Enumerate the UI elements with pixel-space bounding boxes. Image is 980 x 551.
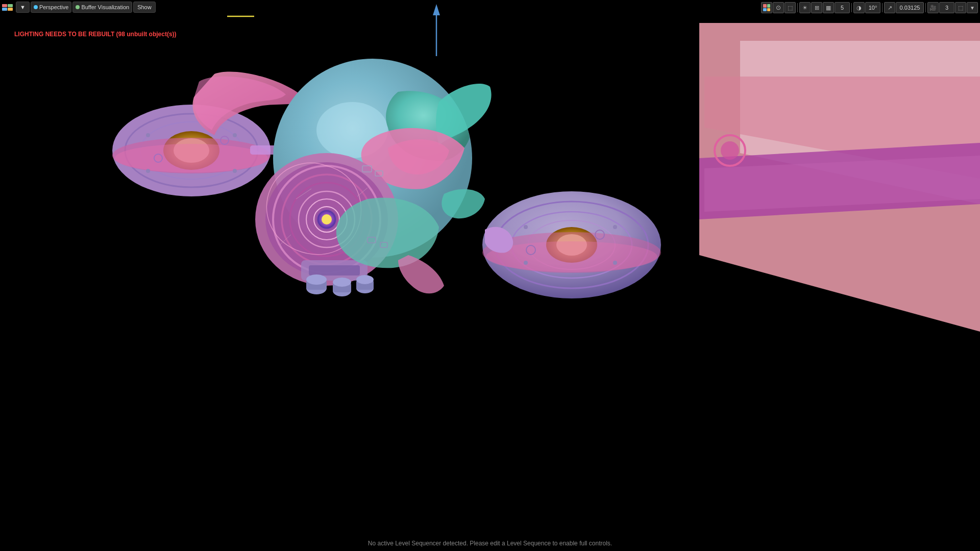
- number-3-btn[interactable]: 3: [939, 2, 954, 13]
- decimal-label: 0.03125: [900, 5, 920, 11]
- snap-icon: ↗: [888, 5, 892, 11]
- svg-point-25: [322, 214, 332, 224]
- separator-1: [797, 3, 798, 12]
- svg-rect-27: [309, 265, 360, 276]
- angle-label: 10°: [869, 5, 877, 11]
- camera3-btn[interactable]: 🎥: [927, 2, 939, 13]
- separator-3: [882, 3, 883, 12]
- right-toolbar: ⊙ ⬚ ☀ ⊞ ▦ 5 ◑ 10° ↗ 0.03125: [761, 2, 978, 13]
- sky-icon: ◑: [856, 5, 862, 11]
- perspective-dropdown[interactable]: Perspective: [31, 2, 71, 13]
- viewport-icon: ⬚: [788, 5, 793, 11]
- sky-btn[interactable]: ◑: [853, 2, 865, 13]
- show-label: Show: [137, 4, 152, 10]
- pp-icon: ▦: [826, 5, 831, 11]
- svg-point-61: [613, 225, 617, 229]
- dropdown-arrow-icon: ▼: [20, 4, 26, 10]
- snap-btn[interactable]: ↗: [884, 2, 895, 13]
- svg-point-59: [233, 169, 237, 173]
- svg-point-60: [524, 225, 528, 229]
- realtime-icon-btn[interactable]: [761, 2, 772, 13]
- svg-point-48: [721, 141, 739, 160]
- lighting-warning: LIGHTING NEEDS TO BE REBUILT (98 unbuilt…: [14, 31, 177, 38]
- number-5-btn[interactable]: 5: [835, 2, 850, 13]
- number-5-label: 5: [841, 5, 844, 11]
- svg-point-63: [613, 261, 617, 265]
- show-flags-icon: ⊞: [815, 5, 819, 11]
- perspective-label: Perspective: [39, 4, 68, 10]
- lit-btn[interactable]: ☀: [799, 2, 811, 13]
- decimal-btn[interactable]: 0.03125: [896, 2, 924, 13]
- status-text: No active Level Sequencer detected. Plea…: [368, 540, 612, 547]
- perspective-indicator: [34, 5, 38, 9]
- camera3-icon: 🎥: [929, 5, 937, 11]
- separator-4: [925, 3, 926, 12]
- buffer-viz-label: Buffer Visualization: [81, 4, 129, 10]
- show-button[interactable]: Show: [133, 2, 156, 13]
- frame-btn[interactable]: ⬚: [955, 2, 966, 13]
- angle-btn[interactable]: 10°: [865, 2, 880, 13]
- scene-canvas: [0, 0, 980, 551]
- separator-2: [851, 3, 852, 12]
- camera-icon: ⊙: [776, 4, 781, 11]
- svg-point-56: [146, 133, 150, 137]
- bottom-status-bar: No active Level Sequencer detected. Plea…: [0, 540, 980, 547]
- viewport[interactable]: ▼ Perspective Buffer Visualization Show: [0, 0, 980, 551]
- frame-icon: ⬚: [958, 5, 963, 11]
- show-flags-btn[interactable]: ⊞: [811, 2, 822, 13]
- buffer-indicator: [76, 5, 80, 9]
- viewport-settings-btn[interactable]: ⬚: [785, 2, 796, 13]
- svg-point-57: [233, 133, 237, 137]
- more-icon: ▼: [970, 5, 975, 11]
- camera-settings-btn[interactable]: ⊙: [773, 2, 784, 13]
- svg-point-33: [333, 278, 351, 287]
- viewport-dropdown[interactable]: ▼: [16, 2, 30, 13]
- more-btn[interactable]: ▼: [967, 2, 978, 13]
- svg-point-62: [524, 261, 528, 265]
- lit-icon: ☀: [802, 5, 807, 11]
- buffer-viz-dropdown[interactable]: Buffer Visualization: [72, 2, 132, 13]
- svg-point-36: [356, 275, 374, 284]
- number-3-label: 3: [945, 5, 948, 11]
- lighting-warning-text: LIGHTING NEEDS TO BE REBUILT (98 unbuilt…: [14, 31, 177, 38]
- svg-point-30: [306, 274, 327, 285]
- pp-btn[interactable]: ▦: [823, 2, 834, 13]
- svg-point-10: [115, 144, 268, 172]
- svg-point-58: [146, 169, 150, 173]
